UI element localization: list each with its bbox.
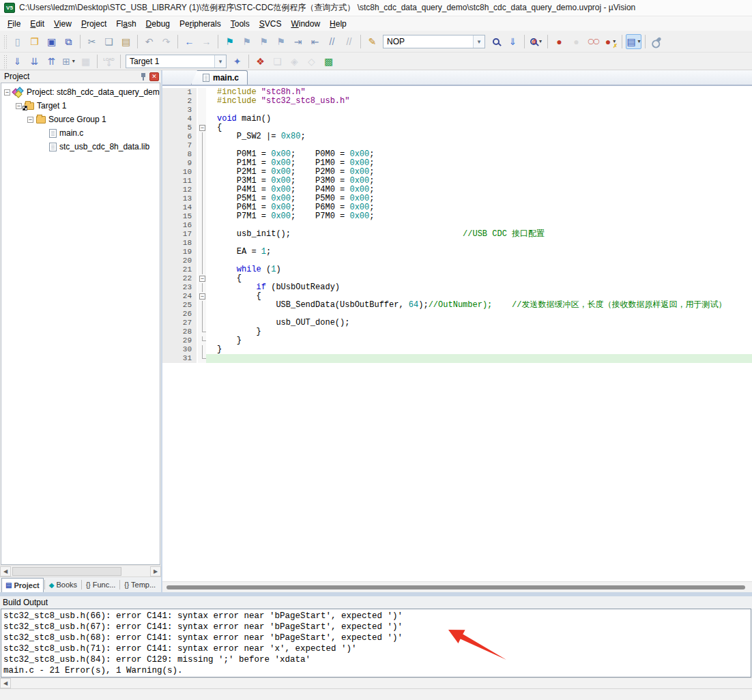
fold-margin[interactable] [197,248,206,257]
enable-disable-breakpoint-icon[interactable]: ● [568,34,584,49]
paste-icon[interactable]: ▤ [118,34,134,49]
insert-bookmark-icon[interactable]: ⚑ [222,34,237,49]
scroll-right-icon[interactable]: ▶ [150,566,161,577]
fold-margin[interactable] [197,336,206,345]
menu-help[interactable]: Help [325,18,351,30]
translate-file-icon[interactable]: ⇓ [10,54,25,69]
fold-margin[interactable] [197,265,206,274]
tree-item-2[interactable]: −Source Group 1 [1,113,160,126]
options-for-target-icon[interactable]: ✦ [229,54,245,69]
code-line-29[interactable]: 29 } [162,336,752,345]
fold-margin[interactable] [197,257,206,265]
expander-icon[interactable]: − [4,89,10,96]
chevron-down-icon[interactable]: ▾ [539,38,542,44]
clear-bookmarks-icon[interactable]: ⚑ [273,34,289,49]
goto-next-bookmark-icon[interactable]: ⚑ [239,34,255,49]
editor-hscrollbar[interactable] [162,581,752,592]
fold-margin[interactable] [197,106,206,115]
fold-margin[interactable]: − [197,292,206,301]
scroll-left-icon[interactable]: ◀ [0,566,11,577]
menu-debug[interactable]: Debug [141,18,175,30]
find-icon[interactable] [488,34,504,49]
stop-build-icon[interactable]: ▦ [78,54,93,69]
incremental-find-icon[interactable]: ⇓ [505,34,521,49]
scroll-left-icon[interactable]: ◀ [0,678,11,688]
new-file-icon[interactable]: ▯ [10,34,25,49]
close-icon[interactable]: ✕ [149,72,159,81]
fold-margin[interactable] [197,221,206,230]
toolbar-grip[interactable] [3,35,7,48]
code-line-19[interactable]: 19 EA = 1; [162,248,752,257]
save-all-icon[interactable]: ⧉ [61,34,76,49]
fold-margin[interactable] [197,203,206,212]
fold-margin[interactable] [197,88,206,97]
debug-session-icon[interactable]: d▾ [528,34,544,49]
fold-margin[interactable] [197,177,206,186]
cut-icon[interactable]: ✂ [84,34,100,49]
download-flash-icon[interactable]: LOAD⇓ [101,54,117,69]
code-editor[interactable]: 1#include "stc8h.h"2#include "stc32_stc8… [162,86,752,581]
copy-icon[interactable]: ❏ [101,34,117,49]
pack-installer-icon[interactable]: ▩ [321,54,336,69]
goto-prev-bookmark-icon[interactable]: ⚑ [256,34,272,49]
undo-icon[interactable]: ↶ [141,34,157,49]
save-icon[interactable]: ▣ [44,34,59,49]
fold-margin[interactable] [197,150,206,159]
panel-tab-books[interactable]: ◆Books [46,578,81,592]
fold-margin[interactable] [197,354,206,363]
menu-svcs[interactable]: SVCS [255,18,287,30]
expander-icon[interactable]: − [16,103,22,109]
code-line-17[interactable]: 17 usb_init(); //USB CDC 接口配置 [162,230,752,239]
menu-tools[interactable]: Tools [226,18,255,30]
insert-breakpoint-icon[interactable]: ● [551,34,567,49]
code-line-21[interactable]: 21 while (1) [162,265,752,274]
code-line-4[interactable]: 4void main() [162,115,752,123]
functions-filter-icon[interactable]: ◇ [304,54,319,69]
menu-edit[interactable]: Edit [25,18,49,30]
tree-item-1[interactable]: −Target 1 [1,99,160,113]
find-in-files-icon[interactable]: ✎ [364,34,380,49]
fold-margin[interactable] [197,327,206,336]
chevron-down-icon[interactable]: ▾ [72,58,75,64]
comment-selection-icon[interactable]: // [324,34,340,49]
fold-margin[interactable] [197,141,206,150]
fold-margin[interactable] [197,283,206,292]
redo-icon[interactable]: ↷ [158,34,174,49]
code-line-28[interactable]: 28 } [162,327,752,336]
fold-margin[interactable] [197,159,206,168]
toolbar-grip[interactable] [3,55,7,68]
menu-file[interactable]: File [3,18,25,30]
panel-tab-func[interactable]: {}Func... [83,578,119,592]
pin-icon[interactable] [140,72,147,81]
indent-icon[interactable]: ⇥ [290,34,306,49]
fold-collapse-icon[interactable]: − [199,293,205,300]
code-line-31[interactable]: 31 [162,354,752,363]
disable-all-breakpoints-icon[interactable]: ◯◯ [585,34,601,49]
fold-margin[interactable] [197,345,206,354]
manage-project-items-icon[interactable]: ❖ [252,54,268,69]
fold-collapse-icon[interactable]: − [199,125,205,131]
panel-tab-temp[interactable]: {}Temp... [121,578,159,592]
fold-margin[interactable] [197,186,206,194]
fold-margin[interactable] [197,319,206,327]
scroll-thumb[interactable] [167,585,745,589]
unindent-icon[interactable]: ⇤ [307,34,323,49]
component-viewer-icon[interactable]: ◈ [287,54,302,69]
chevron-down-icon[interactable]: ▾ [214,55,226,68]
navigate-back-icon[interactable]: ← [182,34,197,49]
code-line-6[interactable]: 6 P_SW2 |= 0x80; [162,132,752,141]
fold-margin[interactable]: − [197,274,206,283]
menu-flash[interactable]: Flash [111,18,141,30]
tree-item-4[interactable]: stc_usb_cdc_8h_data.lib [1,140,160,154]
fold-margin[interactable] [197,97,206,106]
menu-peripherals[interactable]: Peripherals [175,18,226,30]
configure-tools-icon[interactable] [649,34,665,49]
search-input[interactable]: NOP▾ [383,35,485,48]
window-layout-icon[interactable]: ▤▾ [626,34,641,49]
target-select[interactable]: Target 1▾ [126,55,227,68]
menu-project[interactable]: Project [76,18,111,30]
navigate-forward-icon[interactable]: → [199,34,214,49]
tab-main-c[interactable]: main.c [191,70,248,85]
fold-margin[interactable] [197,168,206,177]
menu-view[interactable]: View [49,18,76,30]
